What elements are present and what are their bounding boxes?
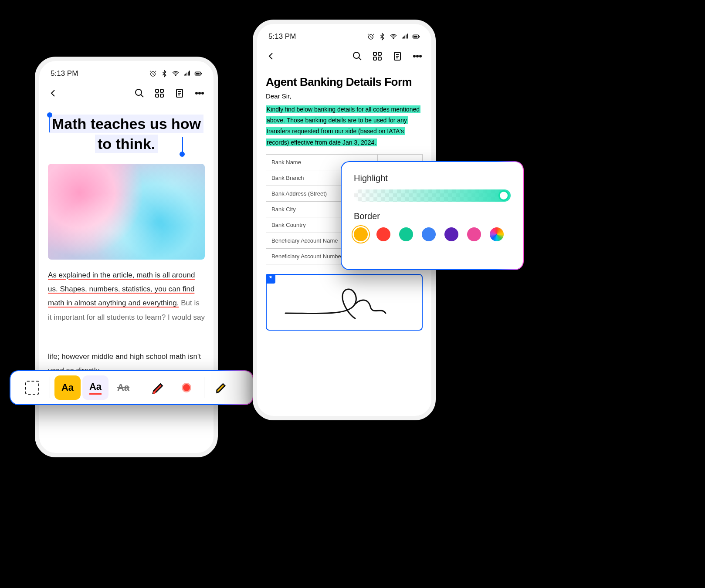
highlight-opacity-slider[interactable] bbox=[354, 189, 511, 202]
select-area-button[interactable] bbox=[19, 375, 45, 400]
top-nav bbox=[266, 45, 423, 68]
svg-rect-4 bbox=[196, 73, 200, 75]
svg-point-27 bbox=[417, 55, 418, 57]
more-icon[interactable] bbox=[194, 88, 205, 98]
svg-rect-19 bbox=[414, 36, 417, 38]
pen-tool-button[interactable] bbox=[146, 375, 172, 400]
signal-icon bbox=[183, 70, 191, 78]
svg-point-5 bbox=[136, 89, 142, 95]
top-nav bbox=[48, 82, 205, 105]
bluetooth-icon bbox=[160, 70, 168, 78]
wifi-icon bbox=[172, 70, 180, 78]
svg-point-13 bbox=[202, 92, 203, 94]
wifi-icon bbox=[390, 33, 397, 41]
status-icons bbox=[367, 33, 420, 41]
signature-icon bbox=[283, 283, 405, 322]
svg-point-26 bbox=[414, 55, 415, 57]
highlight-style-button[interactable]: Aa bbox=[54, 375, 81, 400]
strike-label: Aa bbox=[117, 382, 129, 393]
signature-field[interactable]: * bbox=[266, 274, 423, 331]
svg-point-11 bbox=[196, 92, 197, 94]
highlight-label: Aa bbox=[61, 382, 74, 393]
form-salutation: Dear Sir, bbox=[266, 92, 423, 100]
search-icon[interactable] bbox=[352, 51, 363, 61]
svg-rect-18 bbox=[419, 36, 420, 37]
underline-label: Aa bbox=[89, 381, 102, 395]
back-icon[interactable] bbox=[266, 51, 276, 61]
svg-rect-23 bbox=[373, 57, 376, 60]
svg-rect-21 bbox=[373, 52, 376, 55]
hero-image bbox=[48, 164, 205, 260]
svg-rect-3 bbox=[201, 73, 202, 74]
status-time: 5:13 PM bbox=[268, 32, 296, 41]
signal-icon bbox=[401, 33, 409, 41]
svg-point-16 bbox=[393, 38, 394, 39]
brush-color-button[interactable] bbox=[173, 375, 200, 400]
separator bbox=[141, 377, 141, 398]
highlighter-tool-button[interactable] bbox=[209, 375, 235, 400]
color-swatch[interactable] bbox=[399, 227, 413, 241]
svg-rect-8 bbox=[156, 94, 159, 97]
style-popup: Highlight Border bbox=[341, 161, 524, 270]
svg-point-12 bbox=[199, 92, 200, 94]
color-swatch[interactable] bbox=[354, 227, 368, 241]
separator bbox=[204, 377, 204, 398]
svg-rect-22 bbox=[378, 52, 381, 55]
alarm-icon bbox=[367, 33, 375, 41]
underlined-text: As explained in the article, math is all… bbox=[48, 271, 195, 308]
status-bar: 5:13 PM bbox=[266, 31, 423, 42]
pen-icon bbox=[151, 380, 166, 395]
svg-rect-9 bbox=[160, 94, 163, 97]
document-heading-selection[interactable]: Math teaches us how to think. bbox=[48, 114, 205, 154]
alarm-icon bbox=[149, 70, 157, 78]
format-toolbar: Aa Aa Aa bbox=[10, 370, 254, 405]
highlighter-icon bbox=[214, 380, 229, 395]
color-swatch[interactable] bbox=[376, 227, 390, 241]
dashed-square-icon bbox=[25, 381, 39, 395]
document-heading: Math teaches us how to think. bbox=[49, 115, 203, 153]
border-section-label: Border bbox=[354, 211, 511, 221]
svg-point-20 bbox=[353, 52, 359, 58]
color-swatch[interactable] bbox=[467, 227, 481, 241]
form-title: Agent Banking Details Form bbox=[266, 75, 423, 89]
selection-handle-start-icon[interactable] bbox=[47, 112, 52, 118]
status-time: 5:13 PM bbox=[51, 69, 78, 78]
page-icon[interactable] bbox=[174, 88, 185, 98]
battery-icon bbox=[412, 33, 420, 41]
bluetooth-icon bbox=[378, 33, 386, 41]
svg-rect-7 bbox=[160, 89, 163, 92]
back-icon[interactable] bbox=[48, 88, 58, 98]
strikethrough-style-button[interactable]: Aa bbox=[110, 375, 136, 400]
color-swatches bbox=[354, 227, 511, 241]
battery-icon bbox=[194, 70, 202, 78]
slider-knob-icon[interactable] bbox=[498, 190, 509, 201]
svg-point-28 bbox=[420, 55, 421, 57]
page-icon[interactable] bbox=[392, 51, 403, 61]
svg-point-14 bbox=[153, 392, 156, 394]
svg-point-1 bbox=[175, 75, 176, 76]
required-badge: * bbox=[266, 274, 275, 284]
color-swatch[interactable] bbox=[444, 227, 458, 241]
separator bbox=[50, 377, 50, 398]
document-body-paragraph: As explained in the article, math is all… bbox=[48, 268, 205, 324]
grid-icon[interactable] bbox=[154, 88, 165, 98]
svg-rect-24 bbox=[378, 57, 381, 60]
selection-handle-end-icon[interactable] bbox=[180, 152, 185, 157]
color-swatch[interactable] bbox=[422, 227, 436, 241]
red-dot-icon bbox=[182, 383, 191, 392]
custom-color-swatch[interactable] bbox=[490, 227, 504, 241]
status-bar: 5:13 PM bbox=[48, 68, 205, 79]
svg-rect-6 bbox=[156, 89, 159, 92]
underline-style-button[interactable]: Aa bbox=[82, 375, 108, 400]
highlighted-text: Kindly find below banking details for al… bbox=[266, 105, 420, 146]
search-icon[interactable] bbox=[134, 88, 145, 98]
grid-icon[interactable] bbox=[372, 51, 383, 61]
highlight-section-label: Highlight bbox=[354, 173, 511, 183]
more-icon[interactable] bbox=[412, 51, 423, 61]
status-icons bbox=[149, 70, 202, 78]
form-intro-highlighted: Kindly find below banking details for al… bbox=[266, 104, 423, 148]
